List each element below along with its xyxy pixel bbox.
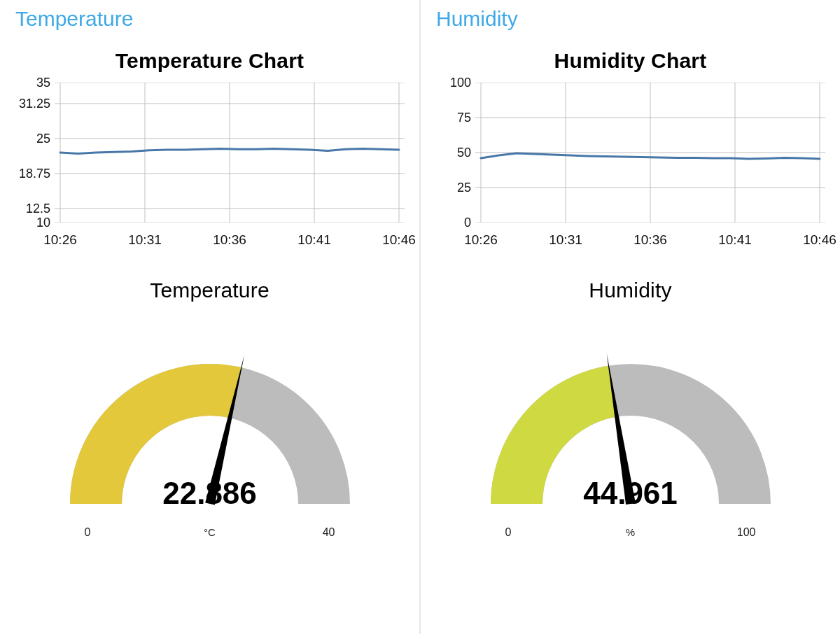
x-tick: 10:26 (43, 232, 77, 248)
x-tick: 10:36 (634, 232, 667, 248)
panel-header-temperature: Temperature (0, 0, 419, 41)
humidity-chart-title: Humidity Chart (433, 49, 827, 73)
y-tick: 31.25 (19, 97, 55, 111)
humidity-gauge-title: Humidity (421, 279, 840, 302)
y-tick: 0 (464, 216, 475, 230)
y-tick: 25 (36, 132, 55, 146)
temperature-chart-title: Temperature Chart (13, 49, 407, 73)
y-tick: 25 (457, 181, 475, 195)
temperature-gauge-max: 40 (323, 526, 335, 539)
temperature-gauge-block: Temperature 22.886 0 °C 40 (0, 279, 419, 539)
temperature-chart-block: Temperature Chart 1012.518.752531.2535 1… (0, 41, 419, 253)
x-tick: 10:41 (298, 232, 331, 248)
x-tick: 10:26 (464, 232, 498, 248)
humidity-chart-block: Humidity Chart 0255075100 10:2610:3110:3… (421, 41, 840, 253)
y-tick: 10 (36, 216, 55, 230)
humidity-chart-plot: 0255075100 10:2610:3110:3610:4110:46 (475, 83, 827, 253)
x-tick: 10:31 (128, 232, 162, 248)
y-tick: 35 (36, 76, 55, 90)
x-tick: 10:41 (718, 232, 752, 248)
temperature-panel: Temperature Temperature Chart 1012.518.7… (0, 0, 419, 634)
humidity-gauge: 44.961 (466, 322, 795, 521)
temperature-chart-plot: 1012.518.752531.2535 10:2610:3110:3610:4… (55, 83, 407, 253)
humidity-gauge-block: Humidity 44.961 0 % 100 (421, 279, 840, 539)
y-tick: 18.75 (19, 167, 55, 181)
gauge-value: 22.886 (162, 476, 257, 511)
humidity-gauge-max: 100 (737, 526, 756, 539)
temperature-gauge-title: Temperature (0, 279, 419, 302)
gauge-value: 44.961 (583, 476, 678, 511)
y-tick: 100 (450, 76, 475, 90)
temperature-gauge-unit: °C (204, 526, 216, 538)
y-tick: 75 (457, 111, 475, 125)
x-tick: 10:31 (549, 232, 582, 248)
temperature-gauge-min: 0 (85, 526, 91, 539)
y-tick: 50 (457, 146, 475, 160)
y-tick: 12.5 (26, 202, 55, 216)
panel-header-humidity: Humidity (421, 0, 840, 41)
humidity-gauge-unit: % (626, 526, 635, 538)
humidity-panel: Humidity Humidity Chart 0255075100 10:26… (419, 0, 840, 634)
x-tick: 10:46 (382, 232, 416, 248)
temperature-gauge: 22.886 (46, 322, 374, 521)
x-tick: 10:36 (213, 232, 246, 248)
humidity-gauge-min: 0 (505, 526, 512, 539)
x-tick: 10:46 (803, 232, 836, 248)
